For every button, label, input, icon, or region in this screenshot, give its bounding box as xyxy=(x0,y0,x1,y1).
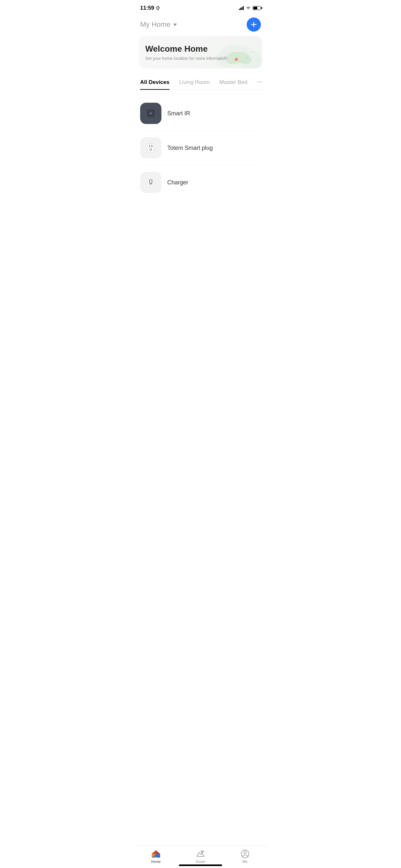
device-item-charger[interactable]: Charger xyxy=(140,165,261,199)
header: My Home xyxy=(134,14,267,36)
tab-all-devices[interactable]: All Devices xyxy=(140,75,169,89)
add-device-button[interactable] xyxy=(247,18,261,32)
room-tabs: All Devices Living Room Master Bed ··· xyxy=(134,75,267,90)
tab-master-bed[interactable]: Master Bed xyxy=(219,75,247,89)
plus-icon xyxy=(250,21,257,28)
svg-rect-15 xyxy=(151,145,152,147)
smart-ir-name: Smart IR xyxy=(167,110,190,117)
chevron-down-icon xyxy=(173,24,177,26)
svg-line-0 xyxy=(158,6,159,8)
device-list: Smart IR Totem Smart plug Charger xyxy=(134,93,267,203)
location-icon xyxy=(156,6,160,10)
status-icons xyxy=(239,6,261,10)
totem-plug-name: Totem Smart plug xyxy=(167,145,213,151)
smart-ir-icon-wrap xyxy=(140,103,161,124)
status-bar: 11:59 xyxy=(134,0,267,14)
svg-point-12 xyxy=(150,113,151,114)
welcome-subtitle: Set your home location for more informat… xyxy=(145,56,256,61)
smart-ir-icon xyxy=(145,107,157,119)
home-title-text: My Home xyxy=(140,20,171,29)
signal-icon xyxy=(239,6,244,10)
charger-icon xyxy=(145,176,157,189)
status-time: 11:59 xyxy=(140,5,160,11)
battery-icon xyxy=(253,6,261,10)
device-item-smart-ir[interactable]: Smart IR xyxy=(140,96,261,131)
tab-more-button[interactable]: ··· xyxy=(257,75,262,89)
tab-living-room[interactable]: Living Room xyxy=(179,75,210,89)
welcome-title: Welcome Home xyxy=(145,44,256,54)
charger-icon-wrap xyxy=(140,172,161,193)
svg-rect-14 xyxy=(149,145,150,147)
totem-plug-icon-wrap xyxy=(140,137,161,159)
totem-plug-icon xyxy=(145,142,157,154)
svg-rect-13 xyxy=(148,144,154,152)
charger-name: Charger xyxy=(167,179,188,186)
wifi-icon xyxy=(246,6,251,10)
device-item-totem-plug[interactable]: Totem Smart plug xyxy=(140,131,261,165)
welcome-banner: Welcome Home Set your home location for … xyxy=(139,36,262,68)
home-title-group[interactable]: My Home xyxy=(140,20,177,29)
